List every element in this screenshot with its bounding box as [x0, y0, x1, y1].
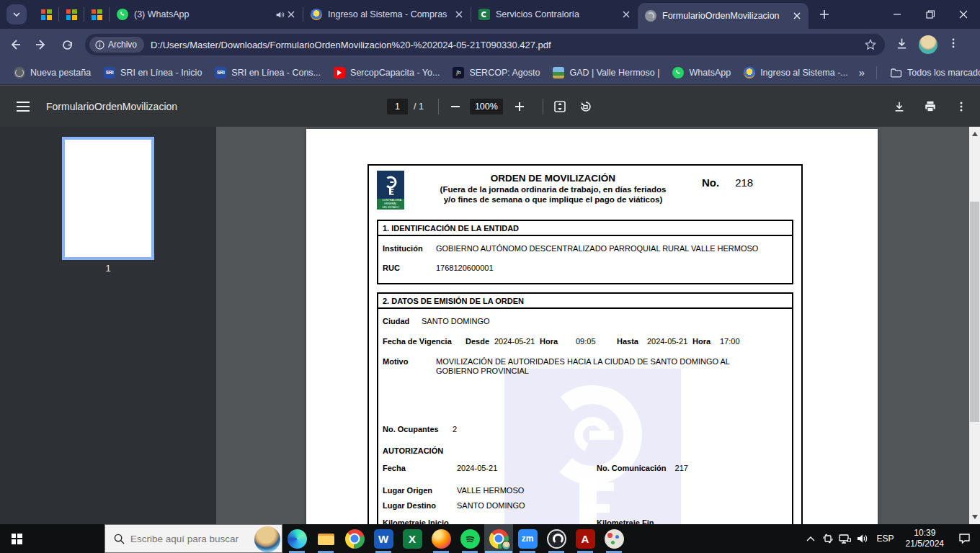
field-value: SANTO DOMINGO	[457, 501, 525, 510]
arrow-right-icon	[35, 38, 48, 51]
window-restore-button[interactable]	[914, 0, 947, 29]
search-highlight-image[interactable]	[254, 526, 280, 552]
tab-label: Ingreso al Sistema - Compras P	[328, 9, 449, 19]
address-bar[interactable]: Archivo	[85, 34, 885, 55]
bookmark-sri-consultas[interactable]: SRI SRI en Línea - Cons...	[208, 64, 327, 81]
field-value: 17:00	[720, 337, 740, 346]
taskbar-app-spotify[interactable]	[455, 524, 484, 553]
tray-cast-icon[interactable]	[819, 524, 837, 553]
all-bookmarks-button[interactable]: Todos los marcadores	[884, 65, 980, 81]
taskbar-app-zoom[interactable]: zm	[513, 524, 542, 553]
start-button[interactable]	[0, 524, 33, 553]
back-button[interactable]	[4, 34, 26, 55]
fit-to-page-button[interactable]	[551, 98, 569, 115]
pdf-download-button[interactable]	[891, 98, 908, 115]
tab-audio-icon[interactable]	[274, 9, 285, 20]
kebab-menu-icon	[956, 101, 967, 112]
window-close-button[interactable]	[947, 0, 980, 29]
tray-language-indicator[interactable]: ESP	[871, 534, 900, 544]
tab-close-button[interactable]	[791, 10, 803, 22]
new-tab-button[interactable]	[814, 4, 834, 24]
pdf-menu-button[interactable]	[9, 92, 37, 121]
tab-whatsapp[interactable]: (3) WhatsApp	[110, 0, 303, 29]
zoom-icon: zm	[518, 529, 538, 549]
row-institucion: Institución GOBIERNO AUTÓNOMO DESCENTRAL…	[383, 244, 788, 253]
bookmark-nueva-pestana[interactable]: Nueva pestaña	[7, 64, 97, 81]
windows-logo-icon	[66, 9, 77, 20]
site-info-chip[interactable]: Archivo	[89, 37, 144, 53]
profile-avatar[interactable]	[919, 35, 937, 54]
pdf-page: CONTRALORÍA GENERAL DEL ESTADO ORDEN DE …	[306, 129, 878, 524]
taskbar-app-chrome-active[interactable]	[484, 524, 513, 553]
paint-icon	[605, 529, 624, 549]
hamburger-menu-icon	[17, 102, 30, 112]
windows-logo-icon	[92, 9, 102, 20]
taskbar-search-box[interactable]	[104, 524, 282, 553]
browser-menu-button[interactable]	[948, 37, 959, 52]
tab-search-button[interactable]	[6, 4, 27, 24]
pdf-zoom-input[interactable]: 100%	[470, 99, 503, 114]
field-value: 2024-05-21	[647, 337, 692, 346]
forward-button[interactable]	[30, 34, 52, 55]
vertical-scrollbar[interactable]	[969, 127, 980, 524]
bookmark-star-button[interactable]	[862, 36, 879, 53]
fn-icon: fn	[453, 67, 464, 78]
field-label: No. Comunicación	[597, 464, 667, 472]
profile-badge-icon	[502, 541, 511, 550]
taskbar-app-paint[interactable]	[600, 524, 628, 553]
pdf-toolbar-right	[883, 86, 970, 127]
reload-button[interactable]	[56, 34, 78, 55]
bookmarks-overflow-button[interactable]: »	[855, 66, 869, 78]
scrollbar-thumb[interactable]	[970, 202, 979, 422]
taskbar-app-obs[interactable]	[542, 524, 571, 553]
bookmark-whatsapp[interactable]: WhatsApp	[666, 64, 737, 81]
tab-close-button[interactable]	[453, 9, 465, 20]
tray-network-icon[interactable]	[837, 524, 854, 553]
rotate-button[interactable]	[576, 98, 594, 115]
tab-servicios-contraloria[interactable]: Servicios Contraloría	[471, 0, 638, 29]
window-minimize-button[interactable]	[881, 0, 914, 29]
field-value: 1768120600001	[436, 264, 494, 272]
taskbar-app-firefox[interactable]	[427, 524, 455, 553]
bookmark-sercopcapacita[interactable]: SercopCapacita - Yo...	[327, 64, 446, 81]
form-subtitle-line2: y/o fines de semana o que implique el pa…	[444, 195, 663, 204]
bookmark-sri-inicio[interactable]: SRI SRI en Línea - Inicio	[97, 64, 208, 81]
field-label: RUC	[383, 264, 436, 272]
zoom-in-button[interactable]	[511, 98, 528, 115]
sri-icon: SRI	[104, 67, 115, 78]
taskbar-app-chrome[interactable]	[340, 524, 369, 553]
tab-formulario-pdf-active[interactable]: FormularioOrdenMovilizacion	[638, 3, 808, 29]
taskbar-app-acrobat[interactable]: A	[571, 524, 600, 553]
bookmark-label: Nueva pestaña	[30, 68, 91, 78]
tray-clock[interactable]: 10:39 21/5/2024	[900, 528, 950, 549]
tab-ingreso-sistema[interactable]: Ingreso al Sistema - Compras P	[303, 0, 471, 29]
url-input[interactable]	[151, 40, 859, 50]
taskbar-app-file-explorer[interactable]	[311, 524, 340, 553]
zoom-out-button[interactable]	[447, 98, 464, 115]
taskbar-app-excel[interactable]: X	[398, 524, 427, 553]
bookmark-ingreso-sistema[interactable]: Ingreso al Sistema -...	[737, 64, 855, 81]
search-input[interactable]	[130, 534, 239, 544]
downloads-button[interactable]	[895, 37, 909, 53]
bookmark-gad-valle-hermoso[interactable]: GAD | Valle Hermoso |	[546, 64, 666, 81]
pinned-tab-2[interactable]	[59, 0, 84, 29]
tray-expand-chevron[interactable]	[802, 524, 819, 553]
tab-close-button[interactable]	[620, 9, 632, 20]
scrollbar-up-arrow[interactable]	[969, 128, 980, 140]
action-center-button[interactable]	[950, 524, 979, 553]
pinned-tab-3[interactable]	[84, 0, 109, 29]
form-subtitle-line1: (Fuera de la jornada ordinaria de trabaj…	[440, 185, 667, 194]
pdf-menu-kebab-button[interactable]	[953, 98, 970, 115]
chrome-icon	[345, 529, 365, 549]
pdf-page-input[interactable]: 1	[387, 99, 408, 114]
pdf-print-button[interactable]	[922, 98, 939, 115]
bookmark-sercop-agosto[interactable]: fn SERCOP: Agosto	[446, 64, 546, 81]
tab-label: Servicios Contraloría	[496, 9, 616, 19]
tray-volume-icon[interactable]	[854, 524, 871, 553]
scrollbar-down-arrow[interactable]	[969, 511, 980, 523]
taskbar-app-edge[interactable]	[282, 524, 311, 553]
pinned-tab-1[interactable]	[34, 0, 58, 29]
taskbar-app-word[interactable]: W	[369, 524, 398, 553]
tab-close-button[interactable]	[285, 9, 297, 20]
page-thumbnail[interactable]	[65, 140, 151, 257]
